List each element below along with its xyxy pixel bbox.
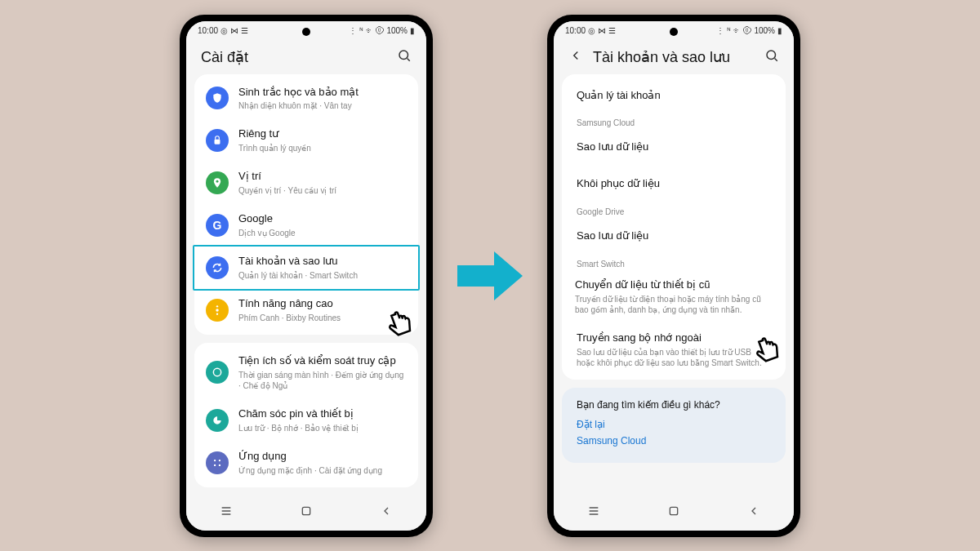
arrow-right-icon: [457, 247, 523, 304]
reset-link[interactable]: Đặt lại: [577, 419, 771, 430]
back-nav-icon[interactable]: [380, 504, 393, 521]
row-title: Sinh trắc học và bảo mật: [238, 86, 407, 100]
nav-bar: [554, 496, 794, 531]
settings-item-accounts[interactable]: Tài khoản và sao lưuQuản lý tài khoản · …: [193, 245, 420, 291]
manage-accounts-row[interactable]: Quản lý tài khoản: [562, 78, 786, 114]
svg-point-7: [214, 459, 216, 460]
settings-item-google[interactable]: G GoogleDịch vụ Google: [194, 204, 418, 247]
shield-icon: [206, 87, 229, 109]
row-title: Sao lưu dữ liệu: [577, 140, 771, 154]
row-title: Truyền sang bộ nhớ ngoài: [577, 331, 771, 345]
search-icon[interactable]: [397, 48, 412, 66]
row-title: Khôi phục dữ liệu: [577, 177, 771, 191]
status-left-icons: ◎ ⋈ ☰: [588, 26, 616, 35]
row-sub: Thời gian sáng màn hình · Đếm giờ ứng dụ…: [238, 370, 407, 391]
camera-punch-icon: [302, 28, 310, 36]
status-right-icons: ⋮ ᴺ ᯤ ⓪: [349, 26, 384, 35]
row-sub: Quản lý tài khoản · Smart Switch: [238, 270, 407, 281]
phone-right: 10:00◎ ⋈ ☰ ⋮ ᴺ ᯤ ⓪100%▮ Tài khoản và sao…: [547, 15, 800, 537]
drive-backup-row[interactable]: Sao lưu dữ liệu: [562, 218, 786, 255]
row-title: Sao lưu dữ liệu: [577, 229, 771, 243]
section-google-drive: Google Drive: [562, 202, 786, 218]
row-title: Tiện ích số và kiểm soát truy cập: [238, 354, 407, 368]
battery-icon: ▮: [410, 26, 415, 35]
back-icon[interactable]: [568, 48, 583, 66]
status-right-icons: ⋮ ᴺ ᯤ ⓪: [716, 26, 751, 35]
recents-icon[interactable]: [220, 504, 233, 521]
settings-item-advanced[interactable]: Tính năng nâng caoPhím Canh · Bixby Rout…: [194, 289, 418, 331]
battery-care-icon: [206, 409, 229, 432]
phone-frame: 10:00◎ ⋈ ☰ ⋮ ᴺ ᯤ ⓪100%▮ Cài đặt Sinh trắ…: [180, 15, 433, 537]
settings-list[interactable]: Sinh trắc học và bảo mậtNhận diện khuôn …: [186, 74, 426, 496]
battery-icon: ▮: [777, 26, 782, 35]
camera-punch-icon: [670, 28, 678, 36]
status-battery: 100%: [386, 26, 408, 35]
status-battery: 100%: [754, 26, 775, 35]
row-sub: Trình quản lý quyền: [238, 143, 407, 153]
svg-point-10: [219, 464, 220, 465]
home-icon[interactable]: [300, 504, 313, 521]
backup-data-row[interactable]: Sao lưu dữ liệu: [562, 129, 786, 166]
settings-item-security[interactable]: Sinh trắc học và bảo mậtNhận diện khuôn …: [194, 78, 418, 120]
settings-item-privacy[interactable]: Riêng tưTrình quản lý quyền: [194, 119, 418, 162]
svg-point-5: [216, 313, 218, 314]
external-storage-row[interactable]: Truyền sang bộ nhớ ngoài Sao lưu dữ liệu…: [562, 323, 786, 376]
screen: 10:00◎ ⋈ ☰ ⋮ ᴺ ᯤ ⓪100%▮ Tài khoản và sao…: [554, 21, 794, 531]
settings-header: Cài đặt: [186, 37, 426, 74]
lock-icon: [206, 129, 229, 152]
row-sub: Sao lưu dữ liệu của bạn vào thiết bị lưu…: [577, 347, 771, 368]
status-left-icons: ◎ ⋈ ☰: [220, 26, 248, 35]
row-title: Tính năng nâng cao: [238, 297, 407, 311]
svg-point-0: [399, 51, 408, 60]
row-sub: Dịch vụ Google: [238, 228, 407, 238]
home-icon[interactable]: [667, 504, 680, 521]
transfer-old-device-row[interactable]: Chuyển dữ liệu từ thiết bị cũ Truyền dữ …: [562, 270, 786, 323]
row-sub: Phím Canh · Bixby Routines: [238, 313, 407, 323]
backup-header: Tài khoản và sao lưu: [554, 37, 794, 74]
status-time: 10:00: [198, 26, 218, 35]
settings-item-location[interactable]: Vị tríQuyền vị trí · Yêu cầu vị trí: [194, 162, 418, 204]
status-time: 10:00: [565, 26, 586, 35]
svg-rect-1: [215, 140, 220, 144]
back-nav-icon[interactable]: [747, 504, 760, 521]
svg-point-9: [214, 464, 216, 465]
row-title: Google: [238, 212, 407, 226]
svg-point-8: [219, 459, 220, 460]
svg-rect-13: [670, 507, 677, 514]
row-title: Ứng dụng: [238, 450, 407, 464]
svg-point-6: [213, 369, 220, 376]
screen: 10:00◎ ⋈ ☰ ⋮ ᴺ ᯤ ⓪100%▮ Cài đặt Sinh trắ…: [186, 21, 426, 531]
location-icon: [206, 171, 229, 194]
row-sub: Quyền vị trí · Yêu cầu vị trí: [238, 185, 407, 196]
wellbeing-icon: [206, 361, 229, 384]
svg-point-2: [216, 180, 219, 183]
row-title: Chăm sóc pin và thiết bị: [238, 407, 407, 421]
row-title: Vị trí: [238, 170, 407, 184]
svg-point-3: [216, 309, 219, 312]
info-title: Bạn đang tìm kiếm điều gì khác?: [577, 399, 771, 411]
recents-icon[interactable]: [587, 504, 600, 521]
restore-data-row[interactable]: Khôi phục dữ liệu: [562, 166, 786, 202]
svg-rect-11: [302, 507, 310, 514]
section-samsung-cloud: Samsung Cloud: [562, 113, 786, 129]
svg-point-12: [767, 51, 776, 60]
row-title: Quản lý tài khoản: [577, 89, 771, 103]
apps-icon: [206, 451, 229, 474]
row-sub: Lưu trữ · Bộ nhớ · Bảo vệ thiết bị: [238, 423, 407, 433]
row-title: Tài khoản và sao lưu: [238, 255, 407, 269]
page-title: Cài đặt: [201, 48, 248, 66]
settings-item-wellbeing[interactable]: Tiện ích số và kiểm soát truy cậpThời gi…: [194, 346, 418, 399]
settings-item-battery[interactable]: Chăm sóc pin và thiết bịLưu trữ · Bộ nhớ…: [194, 399, 418, 442]
page-title: Tài khoản và sao lưu: [593, 48, 730, 66]
phone-frame: 10:00◎ ⋈ ☰ ⋮ ᴺ ᯤ ⓪100%▮ Tài khoản và sao…: [547, 15, 800, 537]
svg-point-4: [216, 305, 218, 307]
phone-left: 10:00◎ ⋈ ☰ ⋮ ᴺ ᯤ ⓪100%▮ Cài đặt Sinh trắ…: [180, 15, 433, 537]
samsung-cloud-link[interactable]: Samsung Cloud: [577, 435, 771, 447]
sync-icon: [206, 256, 229, 279]
settings-item-apps[interactable]: Ứng dụngỨng dụng mặc định · Cài đặt ứng …: [194, 442, 418, 484]
section-smart-switch: Smart Switch: [562, 255, 786, 270]
row-sub: Nhận diện khuôn mặt · Vân tay: [238, 100, 407, 111]
row-title: Riêng tư: [238, 127, 407, 141]
backup-list[interactable]: Quản lý tài khoản Samsung Cloud Sao lưu …: [554, 74, 794, 496]
search-icon[interactable]: [764, 48, 779, 66]
